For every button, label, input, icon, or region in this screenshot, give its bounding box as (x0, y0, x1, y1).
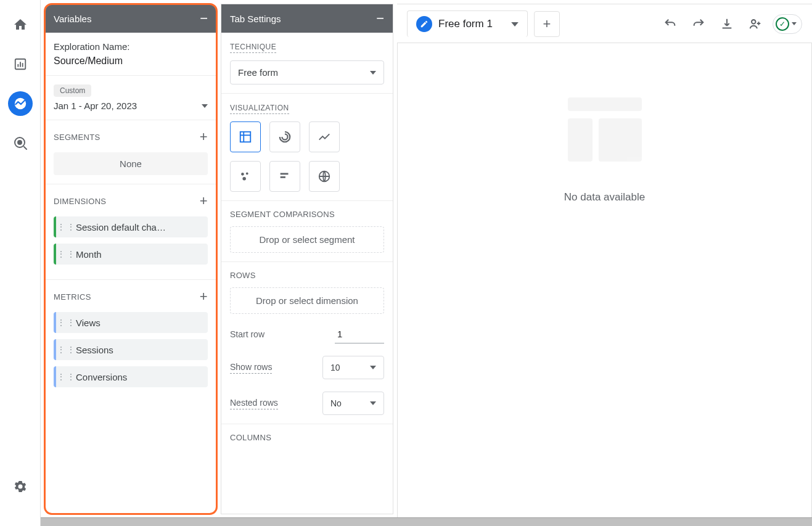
add-dimension-button[interactable]: + (200, 193, 208, 209)
date-range-chip: Custom (54, 84, 91, 97)
no-data-text: No data available (564, 191, 645, 203)
tab-freeform[interactable]: Free form 1 (407, 10, 528, 37)
svg-point-12 (242, 177, 246, 181)
nested-rows-label: Nested rows (230, 398, 278, 409)
dimension-chip-label: Month (76, 249, 102, 260)
columns-section: COLUMNS (221, 424, 393, 451)
viz-geo-button[interactable] (309, 161, 340, 192)
nav-settings[interactable] (8, 474, 33, 499)
technique-select[interactable]: Free form (230, 60, 384, 84)
show-rows-value: 10 (330, 363, 340, 372)
dropdown-caret-icon[interactable] (511, 22, 519, 27)
columns-header: COLUMNS (230, 433, 384, 442)
share-button[interactable] (744, 13, 766, 35)
horizontal-scrollbar[interactable] (41, 517, 812, 526)
variables-panel-title: Variables (54, 14, 91, 24)
technique-value: Free form (238, 67, 278, 78)
scatter-icon (239, 170, 252, 183)
technique-section: TECHNIQUE Free form (221, 33, 393, 94)
metric-chip-label: Conversions (76, 372, 127, 382)
dimensions-section: DIMENSIONS + ⋮⋮ Session default cha… ⋮⋮ … (45, 184, 216, 280)
canvas-toolbar: Free form 1 + ✓ (397, 4, 812, 43)
drag-handle-icon: ⋮⋮ (62, 371, 71, 382)
svg-point-16 (752, 20, 755, 23)
rows-section: ROWS Drop or select dimension Start row … (221, 262, 393, 424)
collapse-tabsettings-button[interactable]: − (376, 12, 384, 25)
metric-chip[interactable]: ⋮⋮ Views (54, 312, 208, 333)
dimension-chip[interactable]: ⋮⋮ Session default cha… (54, 216, 208, 237)
dimensions-header: DIMENSIONS (54, 197, 106, 206)
nav-reports[interactable] (8, 52, 33, 76)
viz-scatter-button[interactable] (230, 161, 261, 192)
redo-button[interactable] (687, 13, 710, 35)
start-row-input[interactable] (335, 326, 384, 343)
nav-home[interactable] (8, 12, 33, 37)
canvas-body: No data available (397, 43, 812, 526)
collapse-variables-button[interactable]: − (200, 12, 208, 25)
technique-header: TECHNIQUE (230, 43, 276, 53)
variables-panel: Variables − Exploration Name: Source/Med… (44, 4, 217, 514)
no-data-illustration (562, 92, 648, 166)
edit-tab-icon (416, 16, 432, 32)
explore-icon (14, 97, 27, 110)
viz-bar-button[interactable] (269, 161, 300, 192)
show-rows-select[interactable]: 10 (322, 356, 384, 379)
svg-rect-14 (281, 176, 285, 178)
tab-title: Free form 1 (438, 18, 493, 30)
start-row-label: Start row (230, 329, 265, 340)
segments-header: SEGMENTS (54, 133, 100, 142)
tab-settings-panel-title: Tab Settings (230, 14, 281, 24)
bar-chart-icon (14, 57, 27, 71)
metric-chip[interactable]: ⋮⋮ Sessions (54, 339, 208, 360)
share-user-icon (748, 17, 762, 31)
nav-explore[interactable] (8, 91, 33, 116)
segments-section: SEGMENTS + None (45, 120, 216, 184)
viz-donut-button[interactable] (269, 121, 300, 152)
add-segment-button[interactable]: + (200, 129, 208, 145)
metric-chip[interactable]: ⋮⋮ Conversions (54, 366, 208, 387)
nav-advertising[interactable] (8, 131, 33, 155)
exploration-name-value[interactable]: Source/Medium (54, 55, 208, 67)
date-range-section[interactable]: Custom Jan 1 - Apr 20, 2023 (45, 76, 216, 120)
svg-rect-1 (17, 64, 18, 67)
svg-rect-3 (22, 63, 23, 67)
undo-button[interactable] (659, 13, 681, 35)
add-tab-button[interactable]: + (534, 11, 560, 37)
svg-point-6 (18, 141, 22, 144)
tab-settings-panel: Tab Settings − TECHNIQUE Free form VISUA… (221, 4, 393, 514)
checkmark-icon: ✓ (776, 17, 789, 31)
download-icon (720, 17, 734, 31)
dimension-chip-label: Session default cha… (76, 222, 166, 232)
metrics-section: METRICS + ⋮⋮ Views ⋮⋮ Sessions ⋮⋮ Conver… (45, 280, 216, 402)
date-range-text: Jan 1 - Apr 20, 2023 (54, 101, 137, 111)
nested-rows-select[interactable]: No (322, 392, 384, 415)
nested-rows-value: No (330, 398, 342, 408)
drag-handle-icon: ⋮⋮ (62, 317, 71, 328)
line-chart-icon (318, 130, 331, 144)
metrics-header: METRICS (54, 292, 91, 302)
dimension-chip[interactable]: ⋮⋮ Month (54, 244, 208, 265)
status-button[interactable]: ✓ (773, 14, 802, 34)
add-metric-button[interactable]: + (200, 289, 208, 305)
svg-rect-2 (20, 62, 21, 67)
config-panels: Variables − Exploration Name: Source/Med… (41, 0, 393, 526)
visualization-header: VISUALIZATION (230, 104, 289, 114)
redo-icon (692, 17, 705, 31)
segment-comparisons-section: SEGMENT COMPARISONS Drop or select segme… (221, 201, 393, 262)
gear-icon (13, 479, 28, 494)
viz-line-button[interactable] (309, 121, 340, 152)
drag-handle-icon: ⋮⋮ (62, 344, 71, 355)
show-rows-label: Show rows (230, 362, 272, 374)
svg-point-10 (241, 173, 244, 176)
export-button[interactable] (716, 13, 738, 35)
rows-drop-zone[interactable]: Drop or select dimension (230, 287, 384, 314)
segment-drop-zone[interactable]: Drop or select segment (230, 226, 384, 253)
segments-none: None (54, 152, 208, 175)
viz-table-button[interactable] (230, 121, 261, 152)
exploration-name-label: Exploration Name: (54, 41, 208, 52)
canvas-area: Free form 1 + ✓ (397, 4, 812, 526)
left-nav-rail (0, 0, 41, 526)
svg-rect-7 (240, 132, 251, 142)
rows-header: ROWS (230, 271, 384, 280)
metric-chip-label: Views (76, 318, 100, 328)
